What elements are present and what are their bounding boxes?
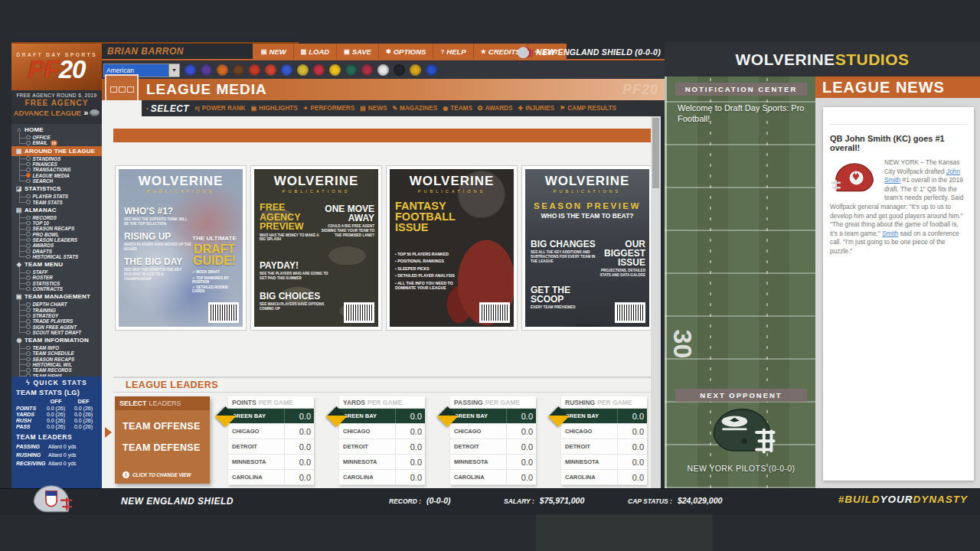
option-team-defense[interactable]: TEAM DEFENSE [115,442,210,453]
magazine-cover-free-agency[interactable]: WOLVERINE PUBLICATIONS FREE AGENCY PREVI… [250,165,382,331]
league-news-header: LEAGUE NEWS [815,77,980,98]
team-name-cell: GREEN BAY [561,409,617,423]
sidebar-item-historical-stats[interactable]: HISTORICAL STATS [11,254,102,259]
menu-item-new[interactable]: ▤NEW [254,44,294,59]
team-logo-blackcaps-icon[interactable] [394,64,405,76]
news-headline[interactable]: QB John Smith (KC) goes #1 overall! [830,134,967,152]
dropdown-arrow-icon[interactable]: ▼ [168,64,179,77]
team-logo-hammers-icon[interactable] [410,64,421,76]
magazine-cover-season-preview[interactable]: WOLVERINE PUBLICATIONS SEASON PREVIEW WH… [521,165,653,331]
user-name: BRIAN BARRON [107,46,184,57]
tab-highlights[interactable]: ▣HIGHLIGHTS [251,105,298,112]
tab-select[interactable]: •SELECT [146,103,189,114]
tab-teams[interactable]: ◉TEAMS [443,105,472,112]
email-count-badge: 16 [51,140,57,147]
cover-story-sub: WHO HAS THE MONEY TO MAKE A BIG SPLASH [260,233,322,243]
sidebar-item-label: SEASON LEADERS [33,237,77,243]
sidebar-item-email[interactable]: EMAIL16 [11,140,102,145]
tab-performers[interactable]: ✦PERFORMERS [303,105,354,112]
stat-def-value: 0.0 (26) [70,406,97,411]
team-name-cell: CAROLINA [228,470,284,484]
team-logo-jackrabbits-icon[interactable] [281,64,292,76]
magazine-cover-draft-guide[interactable]: WOLVERINE PUBLICATIONS WHO'S #1? SEE WHO… [115,165,247,331]
stat-value-cell: 0.0 [395,424,425,439]
tab-news[interactable]: ▤NEWS [360,105,387,112]
next-opponent-team[interactable]: NEW YORK PILOTS (0-0-0) [667,464,815,473]
tab-power-rank[interactable]: #|POWER RANK [194,105,246,112]
team-logo-roundel-icon[interactable] [426,64,437,76]
sidebar-item-label: STATISTICS [33,281,60,286]
sidebar-section-label: ALMANAC [24,207,57,214]
team-leader-receiving: RECEIVINGAllard 0 yds [16,461,97,466]
tab-injuries[interactable]: ✚INJURIES [518,105,554,112]
season-status-block: FREE AGENCY ROUND 6, 2019 FREE AGENCY AD… [11,90,102,124]
team-logo-wolves-icon[interactable] [313,64,325,76]
sidebar-item-search[interactable]: SEARCH [11,178,102,184]
sidebar-item-label: RECORDS [33,215,57,220]
sidebar-item-team-stats[interactable]: TEAM STATS [11,199,102,204]
menu-item-help[interactable]: ?HELP [433,44,473,59]
footer-cap-status: CAP STATUS : $24,029,000 [628,496,722,505]
table-row-detroit: DETROIT0.0 [450,439,536,455]
current-team-indicator[interactable]: NEW ENGLAND SHIELD (0-0-0) [518,44,661,60]
scrollbar-thumb[interactable] [652,118,659,188]
sidebar-item-contracts[interactable]: CONTRACTS [11,286,102,292]
advance-league-button[interactable]: ADVANCE LEAGUE » [11,108,102,117]
rank-icon: #| [194,105,200,112]
sidebar-item-label: PRO BOWL [33,232,60,237]
tab-awards[interactable]: ✪AWARDS [478,105,513,112]
team-logo-patriots-icon[interactable] [361,64,373,76]
radio-icon [26,287,31,292]
team-logo-bears-icon[interactable] [233,64,244,76]
team-logo-stallions-icon[interactable] [249,64,260,76]
magazine-brand-name: WOLVERINE [119,174,243,187]
team-helmet-icon [518,47,531,58]
page-watermark: PF20 [622,82,658,98]
tab-camp-results[interactable]: ⚑CAMP RESULTS [560,105,616,112]
stat-label-rush: RUSH [16,418,42,423]
sidebar-nav: ⌂HOMEOFFICEEMAIL16▦AROUND THE LEAGUESTAN… [11,124,102,377]
table-row-detroit: DETROIT0.0 [561,439,647,455]
team-name-cell: CHICAGO [450,424,506,439]
table-row-minnesota: MINNESOTA0.0 [228,455,314,470]
stat-value-cell: 0.0 [284,439,314,454]
studio-logo-studios: STUDIOS [835,51,910,69]
magazine-brand-sub: PUBLICATIONS [390,189,514,194]
team-logo-lions-icon[interactable] [297,64,309,76]
team-name-cell: DETROIT [561,439,617,454]
sidebar-item-label: STRATEGY [33,313,59,318]
notification-message[interactable]: Welcome to Draft Day Sports: Pro Footbal… [678,103,812,125]
menu-item-save[interactable]: ▣SAVE [337,44,379,59]
team-name-cell: DETROIT [339,439,395,454]
team-logo-tigers-icon[interactable] [217,64,228,76]
team-logo-bulls-icon[interactable] [201,64,212,76]
leaders-select-box[interactable]: SELECT LEADERS TEAM OFFENSE TEAM DEFENSE… [115,396,210,484]
team-logo-pilots-icon[interactable] [377,64,389,76]
content-scrollbar[interactable] [651,116,661,488]
magazine-brand: WOLVERINE PUBLICATIONS [254,174,378,194]
menu-item-load[interactable]: ▥LOAD [294,44,337,59]
team-leaders-list: PASSINGAllard 0 ydsRUSHINGAllard 0 ydsRE… [16,444,97,466]
medal-icon: ✪ [478,105,483,112]
stat-value-cell: 0.0 [395,470,425,484]
magazine-cover-fantasy[interactable]: WOLVERINE PUBLICATIONS FANTASY FOOTBALL … [386,165,518,331]
team-logo-chargers-icon[interactable] [329,64,341,76]
quick-stats-header[interactable]: ϟ QUICK STATS [16,379,97,386]
menu-item-options[interactable]: ✱OPTIONS [379,44,433,59]
team-logo-evergreens-icon[interactable] [345,64,357,76]
team-logo-broncos-icon[interactable] [265,64,276,76]
team-logo-mountaineers-icon[interactable] [185,64,196,76]
table-row-carolina: CAROLINA0.0 [228,470,314,485]
player-link[interactable]: Smith [882,230,898,237]
table-stat-suffix: PER GAME [597,399,632,406]
team-stats-title: TEAM STATS (LG) [16,389,97,396]
sidebar-item-scout-next-draft[interactable]: SCOUT NEXT DRAFT [11,330,102,335]
radio-icon [26,331,31,335]
option-team-offense[interactable]: TEAM OFFENSE [115,421,210,432]
team-name-cell: MINNESOTA [228,455,284,469]
save-icon: ▣ [344,48,350,55]
team-name-cell: DETROIT [228,439,284,454]
menu-item-label: LOAD [309,47,329,56]
sidebar-item-label: SEASON RECAPS [33,226,75,231]
tab-magazines[interactable]: ✎MAGAZINES [392,105,437,112]
